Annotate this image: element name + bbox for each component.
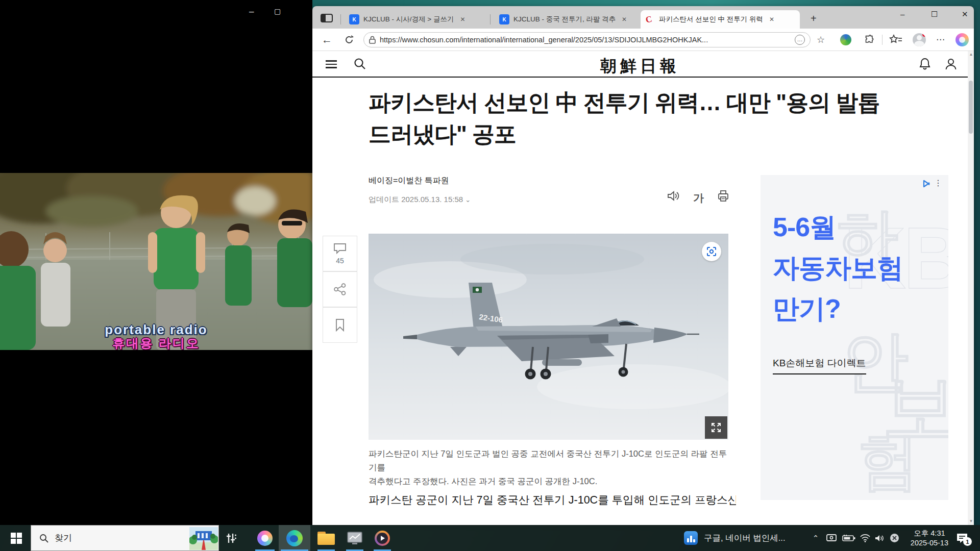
browser-close-button[interactable]: ✕ <box>962 10 968 18</box>
comment-count: 45 <box>336 257 344 265</box>
url-text[interactable]: https://www.chosun.com/international/int… <box>380 36 791 44</box>
visual-search-button[interactable] <box>702 242 721 261</box>
url-bar[interactable]: https://www.chosun.com/international/int… <box>363 32 811 47</box>
news-widget[interactable]: 구글, 네이버 법인세... <box>684 525 786 551</box>
equalizer-icon <box>226 533 236 544</box>
article-byline[interactable]: 베이징=이벌찬 특파원 <box>369 176 449 186</box>
taskbar-potplayer-app[interactable] <box>371 525 394 551</box>
search-icon <box>39 534 48 543</box>
desktop: – ▢ <box>0 0 980 551</box>
tab-title: 파키스탄서 선보인 中 전투기 위력 <box>659 15 763 24</box>
tray-chevron-icon[interactable]: ⌃ <box>808 525 823 551</box>
mixer-app-icon[interactable] <box>223 525 240 551</box>
adchoices-icon[interactable] <box>922 179 931 188</box>
expand-image-button[interactable] <box>705 416 727 439</box>
print-icon[interactable] <box>717 190 730 202</box>
profile-avatar[interactable] <box>913 33 926 46</box>
kjclub-favicon: K <box>349 14 359 24</box>
tab-strip: K KJCLUB - 시사/경제 > 글쓰기 ✕ K KJCLUB - 중국 전… <box>312 6 974 29</box>
graph-monitor-icon <box>347 531 362 545</box>
video-maximize-button[interactable]: ▢ <box>274 8 281 15</box>
toolbar-divider <box>882 35 883 45</box>
back-button[interactable]: ← <box>322 34 332 46</box>
video-player-window[interactable]: – ▢ <box>0 0 312 525</box>
expand-arrows-icon <box>710 422 722 433</box>
browser-maximize-button[interactable]: ☐ <box>931 10 938 18</box>
taskbar-clock[interactable]: 오후 4:31 2025-05-13 <box>911 529 948 548</box>
article-updated[interactable]: 업데이트 2025.05.13. 15:58 ⌄ <box>369 195 471 205</box>
chosun-favicon: C <box>645 14 655 24</box>
tray-wifi-icon[interactable] <box>857 525 873 551</box>
tab-actions-menu-icon[interactable] <box>321 14 333 22</box>
taskbar-file-explorer[interactable] <box>314 525 338 551</box>
notification-bell-icon[interactable] <box>919 57 931 70</box>
extensions-puzzle-icon[interactable] <box>864 34 875 45</box>
font-size-icon[interactable]: 가 <box>693 191 704 205</box>
article-hero-image[interactable]: 22-106 <box>369 234 728 440</box>
notification-center-button[interactable]: 1 <box>950 525 974 551</box>
video-frame[interactable]: portable radio 휴대용 라디오 <box>0 173 312 350</box>
tray-display-icon[interactable] <box>824 525 839 551</box>
scrollbar-down-arrow[interactable]: ▼ <box>969 519 973 523</box>
notification-badge: 1 <box>963 537 972 546</box>
ad-menu-dots-icon[interactable]: ⋮ <box>934 178 942 188</box>
tab-separator <box>340 14 341 24</box>
taskbar: 찾기 <box>0 525 980 551</box>
account-person-icon[interactable] <box>944 57 958 70</box>
tts-speaker-icon[interactable] <box>667 190 680 202</box>
news-widget-icon <box>684 531 698 545</box>
ad-headline-line2: 자동차보험 <box>773 247 941 288</box>
tab-chosun-article-active[interactable]: C 파키스탄서 선보인 中 전투기 위력 ✕ <box>641 10 800 29</box>
video-minimize-button[interactable]: – <box>249 7 254 16</box>
windows-logo-icon <box>11 533 22 544</box>
tab-close-icon[interactable]: ✕ <box>622 16 627 23</box>
tab-kjclub-write[interactable]: K KJCLUB - 시사/경제 > 글쓰기 ✕ <box>344 10 487 29</box>
kjclub-favicon: K <box>499 14 509 24</box>
tray-volume-icon[interactable] <box>872 525 887 551</box>
profile-notification-dot <box>922 33 926 37</box>
taskbar-copilot-app[interactable] <box>252 525 278 551</box>
comments-button[interactable]: 45 <box>323 236 357 271</box>
subtitle-korean: 휴대용 라디오 <box>0 335 312 350</box>
settings-more-icon[interactable]: ⋯ <box>936 34 945 46</box>
ad-advertiser-link[interactable]: KB손해보험 다이렉트 <box>773 357 866 374</box>
ad-watermark: 험 <box>857 430 919 491</box>
favorites-list-icon[interactable] <box>889 34 902 45</box>
tab-kjclub-rafale[interactable]: K KJCLUB - 중국 전투기, 라팔 격추? ✕ <box>494 10 637 29</box>
scrollbar-thumb[interactable] <box>969 81 973 134</box>
visual-search-lens-icon <box>706 246 717 257</box>
tab-close-icon[interactable]: ✕ <box>769 16 774 23</box>
site-logo[interactable]: 朝鮮日報 <box>312 55 968 78</box>
scrollbar-up-arrow[interactable]: ▲ <box>969 52 973 57</box>
refresh-button[interactable] <box>344 35 354 45</box>
jet-photo: 22-106 <box>369 234 728 440</box>
sidebar-ad[interactable]: KB 하 안 보 험 ⋮ 5-6월 자동차보험 만기? KB손해보험 다이렉트 <box>761 175 948 500</box>
taskbar-monitor-app[interactable] <box>343 525 366 551</box>
share-button[interactable] <box>323 271 357 307</box>
taskbar-edge-app[interactable] <box>279 525 310 551</box>
url-more-icon[interactable]: … <box>795 35 805 45</box>
clock-time: 오후 4:31 <box>911 529 948 538</box>
chevron-down-icon[interactable]: ⌄ <box>465 196 471 204</box>
taskbar-search-box[interactable]: 찾기 <box>31 525 219 551</box>
news-ticker-text: 구글, 네이버 법인세... <box>704 533 786 544</box>
page-content: 朝鮮日報 파키스탄서 선보인 中 전투기 위력… 대만 "용의 발톱 드러냈다"… <box>312 51 974 525</box>
browser-toolbar: ← https://www.chosun.com/international/i… <box>312 29 974 51</box>
lock-icon <box>369 36 376 44</box>
add-favorite-star-icon[interactable]: ☆ <box>817 34 825 46</box>
copilot-icon[interactable] <box>955 33 969 46</box>
search-highlight-image[interactable] <box>189 527 218 550</box>
ad-headline-line1: 5-6월 <box>773 207 941 247</box>
idm-extension-icon[interactable] <box>840 34 851 45</box>
start-button[interactable] <box>4 525 29 551</box>
tab-title: KJCLUB - 시사/경제 > 글쓰기 <box>363 15 454 24</box>
new-tab-button[interactable]: + <box>811 13 817 23</box>
tab-close-icon[interactable]: ✕ <box>460 16 465 23</box>
bookmark-icon <box>334 318 346 332</box>
browser-minimize-button[interactable]: – <box>900 10 904 18</box>
bookmark-button[interactable] <box>323 307 357 343</box>
folder-icon <box>317 532 335 545</box>
tab-title: KJCLUB - 중국 전투기, 라팔 격추? <box>513 15 616 24</box>
tray-battery-icon[interactable] <box>840 525 857 551</box>
tray-disconnect-icon[interactable] <box>887 525 901 551</box>
